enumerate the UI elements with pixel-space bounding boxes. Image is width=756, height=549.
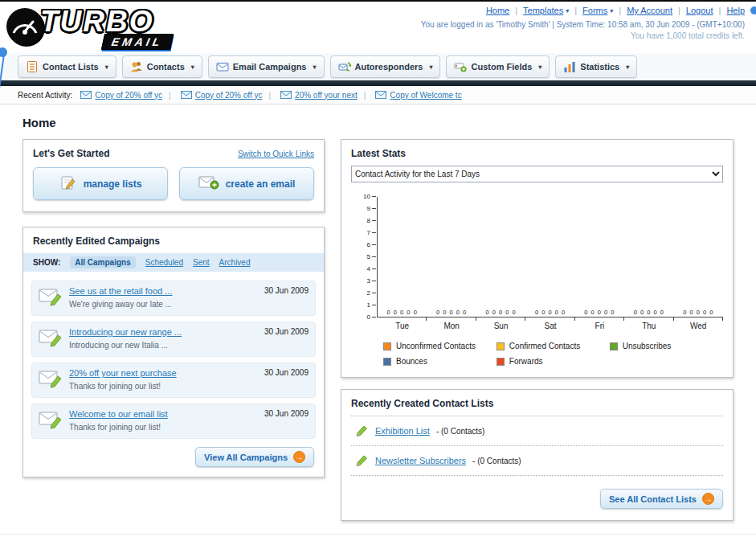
switch-quick-links[interactable]: Switch to Quick Links [238,150,314,158]
campaign-title-link[interactable]: See us at the retail food ... [69,286,253,296]
create-email-button[interactable]: create an email [179,167,314,200]
y-axis-tick [372,208,376,209]
stats-period-select[interactable]: Contact Activity for the Last 7 Days [351,166,723,182]
contact-lists-panel: Recently Created Contact Lists Exhibitio… [341,389,734,521]
campaign-title-link[interactable]: Introducing our new range ... [69,327,253,337]
campaign-date: 30 Jun 2009 [264,327,309,336]
contact-list-row: Exhibition List - (0 Contacts) [351,416,723,445]
recent-activity-link[interactable]: Copy of 20% off yc [195,91,263,100]
x-axis-label: Wed [674,322,723,330]
campaign-subtitle: Introducing our new Italia ... [69,341,168,350]
campaign-row: Welcome to our email list Thanks for joi… [31,404,316,439]
campaign-subtitle: Thanks for joining our list! [69,423,161,432]
chevron-down-icon: ▾ [429,64,432,71]
header-link-templates[interactable]: Templates [523,6,563,15]
contact-lists-title: Recently Created Contact Lists [351,398,723,409]
y-axis-label: 10 [363,193,370,200]
recent-activity-item: Copy of 20% off yc [162,91,262,100]
campaign-subtitle: Thanks for joining our list! [69,382,161,391]
tab-label: Custom Fields [471,62,532,72]
email-campaigns-icon [216,60,229,73]
legend-label: Forwards [509,357,543,366]
header-link-my-account[interactable]: My Account [627,6,672,15]
chart-value-labels: 0 0 0 0 0 [427,309,476,316]
tab-contacts[interactable]: Contacts ▾ [122,55,202,78]
tab-contact-lists[interactable]: Contact Lists ▾ [18,55,116,78]
header-link-help[interactable]: Help [726,6,745,15]
app-logo[interactable]: TURBO EMAIL [6,5,207,50]
x-axis-label: Mon [427,322,476,330]
contact-list-count: - (0 Contacts) [436,427,485,436]
recent-activity-bar: Recent Activity: Copy of 20% off yc Copy… [0,86,756,104]
tab-custom-fields[interactable]: Custom Fields ▾ [446,55,550,78]
tab-autoresponders[interactable]: Autoresponders ▾ [330,55,441,78]
filter-scheduled[interactable]: Scheduled [145,258,183,267]
chart-legend: Unconfirmed ContactsConfirmed ContactsUn… [383,342,723,366]
legend-label: Confirmed Contacts [509,342,580,350]
pencil-icon [354,424,369,438]
campaign-title-link[interactable]: 20% off your next purchase [69,368,253,378]
chart-value-labels: 0 0 0 0 0 [525,309,574,316]
recent-activity-link[interactable]: Copy of 20% off yc [95,91,162,100]
y-axis-tick [372,281,376,281]
chart-day-column: 0 0 0 0 0 [378,197,427,317]
filter-archived[interactable]: Archived [219,258,251,267]
campaigns-title: Recently Edited Campaigns [23,227,324,253]
campaign-title-link[interactable]: Welcome to our email list [69,409,253,419]
view-all-campaigns-button[interactable]: View All Campaigns → [195,447,314,467]
get-started-title: Let's Get Started [33,148,110,159]
envelope-pencil-icon [39,409,63,430]
y-axis-label: 4 [367,265,370,272]
chevron-down-icon: ▾ [191,64,194,71]
y-axis-tick [372,220,376,221]
y-axis-tick [372,232,376,233]
contact-lists-icon [26,60,39,73]
filter-sent[interactable]: Sent [193,258,210,267]
legend-item: Forwards [497,357,610,366]
contact-list-link[interactable]: Newsletter Subscribers [375,456,466,465]
y-axis-tick [372,268,376,269]
header-link-forms[interactable]: Forms [582,6,607,15]
chart-value-labels: 0 0 0 0 0 [476,309,525,316]
x-axis-label: Sun [476,322,525,330]
y-axis-tick [372,317,376,318]
see-all-contact-lists-button[interactable]: See All Contact Lists → [600,489,723,509]
x-axis-label: Fri [575,322,624,330]
y-axis-label: 8 [367,217,370,224]
tab-statistics[interactable]: Statistics ▾ [555,55,637,78]
manage-lists-button[interactable]: manage lists [33,167,168,200]
tab-label: Contacts [147,62,185,72]
contacts-icon [130,60,143,73]
campaign-row: Introducing our new range ... Introducin… [31,322,316,357]
legend-item: Unconfirmed Contacts [383,342,497,350]
recent-activity-link[interactable]: Copy of Welcome tc [390,91,461,100]
recent-activity-item: Copy of 20% off yc [80,91,162,100]
legend-item: Bounces [383,357,497,366]
legend-label: Unsubscribes [623,342,672,350]
speedometer-icon [6,8,43,45]
legend-swatch [383,358,391,366]
tab-label: Statistics [580,62,619,72]
recent-activity-link[interactable]: 20% off your next [295,91,358,100]
y-axis-label: 0 [367,313,370,321]
chart-day-column: 0 0 0 0 0 [476,197,525,317]
filter-all-campaigns[interactable]: All Campaigns [70,256,135,268]
tab-email-campaigns[interactable]: Email Campaigns ▾ [208,55,325,78]
manage-lists-label: manage lists [84,178,142,190]
contact-list-link[interactable]: Exhibition List [375,426,430,436]
nav-divider-bar [0,80,756,86]
header-link-logout[interactable]: Logout [686,6,713,15]
pencil-paper-icon [59,174,77,194]
envelope-plus-icon [198,174,219,193]
decor-dot [750,6,756,14]
legend-label: Bounces [396,357,427,366]
see-all-contact-lists-label: See All Contact Lists [609,494,697,504]
contact-activity-chart: 109876543210 0 0 0 0 00 0 0 0 00 0 0 0 0… [351,197,723,366]
campaign-date: 30 Jun 2009 [264,286,309,295]
campaign-date: 30 Jun 2009 [264,368,309,377]
chart-day-column: 0 0 0 0 0 [674,197,723,317]
campaign-subtitle: We're giving away our late ... [69,300,172,309]
chart-value-labels: 0 0 0 0 0 [575,309,624,316]
chevron-down-icon: ▾ [538,64,541,71]
header-link-home[interactable]: Home [486,6,509,15]
